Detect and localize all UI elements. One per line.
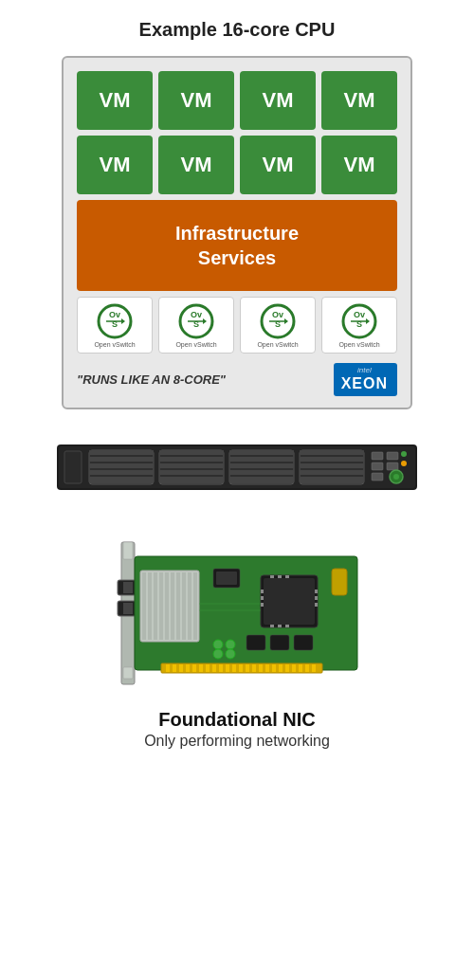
- svg-rect-40: [300, 463, 364, 468]
- svg-rect-90: [171, 572, 174, 640]
- svg-rect-58: [123, 603, 133, 614]
- ovs-row: Ov S Open vSwitch Ov S Open vSwitch Ov: [77, 297, 397, 354]
- svg-rect-32: [229, 450, 294, 455]
- svg-rect-81: [299, 664, 302, 672]
- intel-xeon-badge: intel XEON: [334, 363, 397, 395]
- svg-rect-29: [159, 470, 224, 475]
- svg-rect-73: [246, 664, 249, 672]
- nic-subtitle: Only performing networking: [144, 733, 330, 750]
- svg-rect-20: [89, 450, 154, 455]
- svg-rect-21: [89, 457, 154, 462]
- svg-rect-54: [123, 667, 133, 679]
- svg-rect-82: [305, 664, 309, 672]
- svg-rect-102: [315, 603, 318, 607]
- vm-cell: VM: [240, 136, 316, 194]
- nic-labels: Foundational NIC Only performing network…: [144, 709, 330, 750]
- svg-rect-112: [270, 635, 289, 650]
- svg-rect-85: [142, 572, 146, 640]
- svg-rect-18: [64, 451, 82, 483]
- svg-rect-45: [372, 463, 383, 470]
- nic-card-svg: [104, 533, 370, 694]
- svg-rect-105: [285, 575, 289, 578]
- svg-point-49: [393, 474, 399, 480]
- svg-rect-89: [165, 572, 169, 640]
- nic-title: Foundational NIC: [144, 709, 330, 731]
- ovs-sublabel: Open vSwitch: [338, 341, 379, 349]
- svg-rect-36: [229, 477, 294, 483]
- svg-rect-22: [89, 463, 154, 468]
- svg-rect-75: [259, 664, 263, 672]
- svg-rect-24: [89, 477, 154, 483]
- ovs-cell-1: Ov S Open vSwitch: [77, 297, 153, 354]
- svg-rect-106: [270, 625, 274, 627]
- svg-rect-92: [182, 572, 186, 640]
- svg-rect-108: [285, 625, 289, 627]
- svg-rect-33: [229, 457, 294, 462]
- svg-rect-43: [372, 452, 383, 460]
- svg-rect-53: [123, 542, 133, 559]
- svg-rect-30: [159, 477, 224, 483]
- svg-rect-69: [219, 664, 223, 672]
- svg-rect-77: [272, 664, 276, 672]
- svg-rect-86: [148, 572, 152, 640]
- xeon-label: XEON: [341, 375, 388, 392]
- ovs-logo-3: Ov S: [256, 303, 300, 339]
- svg-rect-113: [294, 635, 313, 650]
- svg-rect-47: [372, 473, 383, 481]
- vm-row-1: VM VM VM VM: [77, 71, 397, 130]
- cpu-diagram: VM VM VM VM VM VM VM VM InfrastructureSe…: [62, 56, 412, 409]
- vm-cell: VM: [158, 136, 234, 194]
- svg-rect-26: [159, 450, 224, 455]
- server-section: [38, 440, 436, 495]
- svg-rect-23: [89, 470, 154, 475]
- svg-point-114: [213, 640, 223, 649]
- svg-rect-93: [188, 572, 191, 640]
- runs-like-label: "RUNS LIKE AN 8-CORE": [77, 372, 226, 387]
- svg-rect-27: [159, 457, 224, 462]
- svg-rect-78: [279, 664, 283, 672]
- svg-rect-100: [315, 590, 318, 593]
- svg-rect-65: [192, 664, 196, 672]
- svg-point-117: [226, 649, 235, 659]
- ovs-sublabel: Open vSwitch: [175, 341, 216, 349]
- vm-cell: VM: [158, 71, 234, 130]
- ovs-logo-1: Ov S: [93, 303, 137, 339]
- svg-rect-39: [300, 457, 364, 462]
- vm-cell: VM: [77, 136, 153, 194]
- svg-rect-42: [300, 477, 364, 483]
- svg-rect-76: [265, 664, 269, 672]
- vm-row-2: VM VM VM VM: [77, 136, 397, 194]
- svg-rect-46: [387, 463, 398, 470]
- ovs-sublabel: Open vSwitch: [94, 341, 135, 349]
- svg-rect-97: [261, 590, 264, 593]
- svg-rect-107: [278, 625, 282, 627]
- svg-rect-64: [186, 664, 190, 672]
- svg-rect-44: [387, 452, 398, 460]
- svg-point-51: [401, 461, 407, 466]
- svg-text:Ov: Ov: [191, 310, 202, 319]
- svg-rect-96: [264, 578, 315, 625]
- svg-rect-110: [216, 572, 237, 585]
- ovs-sublabel: Open vSwitch: [257, 341, 298, 349]
- page-title: Example 16-core CPU: [139, 19, 336, 41]
- svg-rect-98: [261, 596, 264, 600]
- svg-text:Ov: Ov: [272, 310, 283, 319]
- nic-section: Foundational NIC Only performing network…: [38, 533, 436, 750]
- svg-rect-83: [312, 664, 316, 672]
- svg-rect-28: [159, 463, 224, 468]
- svg-rect-72: [239, 664, 243, 672]
- vm-cell: VM: [321, 71, 397, 130]
- svg-rect-91: [176, 572, 180, 640]
- svg-rect-66: [199, 664, 203, 672]
- svg-rect-57: [123, 582, 133, 593]
- cpu-bottom-bar: "RUNS LIKE AN 8-CORE" intel XEON: [77, 363, 397, 395]
- svg-rect-101: [315, 596, 318, 600]
- svg-rect-41: [300, 470, 364, 475]
- ovs-cell-4: Ov S Open vSwitch: [321, 297, 397, 354]
- svg-point-116: [213, 649, 223, 659]
- nic-image-container: [104, 533, 370, 694]
- ovs-logo-2: Ov S: [174, 303, 218, 339]
- svg-rect-80: [292, 664, 296, 672]
- svg-rect-87: [154, 572, 157, 640]
- svg-rect-35: [229, 470, 294, 475]
